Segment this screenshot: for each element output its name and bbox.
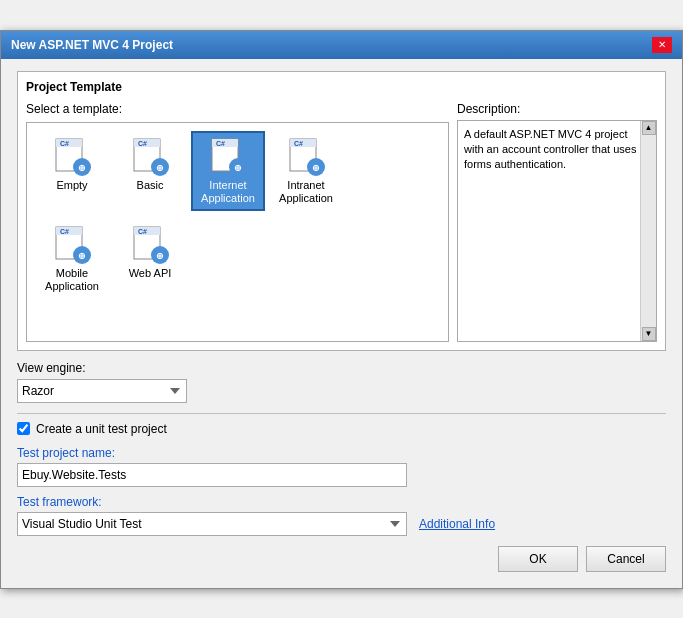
svg-text:⊕: ⊕ (234, 163, 242, 173)
svg-text:⊕: ⊕ (78, 251, 86, 261)
title-bar: New ASP.NET MVC 4 Project ✕ (1, 31, 682, 59)
view-engine-label: View engine: (17, 361, 666, 375)
template-item-mobile[interactable]: C# ⊕ Mobile Application (35, 219, 109, 299)
group-label: Project Template (26, 80, 657, 94)
unit-test-label: Create a unit test project (36, 422, 167, 436)
framework-row: Visual Studio Unit Test Additional Info (17, 512, 666, 536)
template-item-intranet[interactable]: C# ⊕ Intranet Application (269, 131, 343, 211)
test-name-label: Test project name: (17, 446, 666, 460)
mobile-template-icon: C# ⊕ (52, 225, 92, 265)
template-grid: C# ⊕ Empty (26, 122, 449, 342)
svg-text:⊕: ⊕ (156, 163, 164, 173)
unit-test-checkbox[interactable] (17, 422, 30, 435)
template-item-internet[interactable]: C# ⊕ Internet Application (191, 131, 265, 211)
view-engine-select[interactable]: Razor ASPX (17, 379, 187, 403)
dialog-window: New ASP.NET MVC 4 Project ✕ Project Temp… (0, 30, 683, 589)
description-label: Description: (457, 102, 657, 116)
test-name-group: Test project name: (17, 446, 666, 487)
template-item-mobile-label: Mobile Application (45, 267, 99, 293)
webapi-template-icon: C# ⊕ (130, 225, 170, 265)
template-item-empty[interactable]: C# ⊕ Empty (35, 131, 109, 211)
close-button[interactable]: ✕ (652, 37, 672, 53)
intranet-template-icon: C# ⊕ (286, 137, 326, 177)
test-framework-group: Test framework: Visual Studio Unit Test … (17, 495, 666, 536)
template-item-basic-label: Basic (137, 179, 164, 192)
separator (17, 413, 666, 414)
test-framework-label: Test framework: (17, 495, 666, 509)
svg-text:C#: C# (60, 228, 69, 235)
view-engine-section: View engine: Razor ASPX (17, 361, 666, 403)
svg-text:C#: C# (216, 140, 225, 147)
svg-text:C#: C# (138, 140, 147, 147)
svg-text:⊕: ⊕ (156, 251, 164, 261)
test-framework-select[interactable]: Visual Studio Unit Test (17, 512, 407, 536)
internet-template-icon: C# ⊕ (208, 137, 248, 177)
scrollbar-down-button[interactable]: ▼ (642, 327, 656, 341)
dialog-body: Project Template Select a template: (1, 59, 682, 588)
additional-info-link[interactable]: Additional Info (419, 517, 495, 531)
empty-template-icon: C# ⊕ (52, 137, 92, 177)
project-template-group: Project Template Select a template: (17, 71, 666, 351)
svg-text:C#: C# (138, 228, 147, 235)
template-icons-row-2: C# ⊕ Mobile Application (35, 219, 440, 299)
template-item-basic[interactable]: C# ⊕ Basic (113, 131, 187, 211)
button-row: OK Cancel (17, 546, 666, 572)
template-item-internet-label: Internet Application (201, 179, 255, 205)
template-icons-row-1: C# ⊕ Empty (35, 131, 440, 211)
template-area: Select a template: C# (26, 102, 657, 342)
select-template-label: Select a template: (26, 102, 449, 116)
svg-text:C#: C# (294, 140, 303, 147)
cancel-button[interactable]: Cancel (586, 546, 666, 572)
window-title: New ASP.NET MVC 4 Project (11, 38, 173, 52)
template-item-intranet-label: Intranet Application (279, 179, 333, 205)
template-item-webapi[interactable]: C# ⊕ Web API (113, 219, 187, 299)
basic-template-icon: C# ⊕ (130, 137, 170, 177)
unit-test-row: Create a unit test project (17, 422, 666, 436)
template-item-webapi-label: Web API (129, 267, 172, 280)
svg-text:⊕: ⊕ (78, 163, 86, 173)
test-name-input[interactable] (17, 463, 407, 487)
template-item-empty-label: Empty (56, 179, 87, 192)
description-text: A default ASP.NET MVC 4 project with an … (458, 121, 656, 179)
ok-button[interactable]: OK (498, 546, 578, 572)
svg-text:C#: C# (60, 140, 69, 147)
scrollbar-up-button[interactable]: ▲ (642, 121, 656, 135)
svg-text:⊕: ⊕ (312, 163, 320, 173)
description-area: Description: A default ASP.NET MVC 4 pro… (457, 102, 657, 342)
